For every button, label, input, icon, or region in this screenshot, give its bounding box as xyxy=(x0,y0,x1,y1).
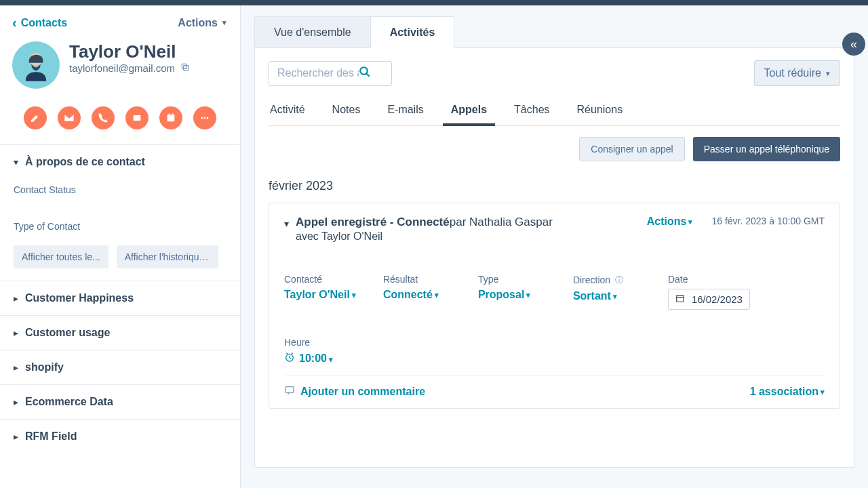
timeline-month-header: février 2023 xyxy=(269,179,840,193)
chevron-right-icon xyxy=(14,292,18,304)
prop-result-label: Résultat xyxy=(383,274,451,285)
svg-point-9 xyxy=(204,117,206,119)
tab-activities[interactable]: Activités xyxy=(370,16,455,48)
prop-type-label: Type xyxy=(478,274,546,285)
card-title-author: par Nathalia Gaspar xyxy=(450,216,553,228)
prop-date-input[interactable]: 16/02/2023 xyxy=(668,289,750,310)
section-ecommerce-data[interactable]: Ecommerce Data xyxy=(0,385,240,419)
card-actions-dropdown[interactable]: Actions xyxy=(647,216,693,228)
prop-direction-value[interactable]: Sortant xyxy=(573,290,641,302)
more-button[interactable] xyxy=(193,106,216,129)
section-label: shopify xyxy=(25,361,64,373)
about-section-title: À propos de ce contact xyxy=(25,156,145,168)
contact-avatar[interactable] xyxy=(12,41,60,89)
record-tabs: Vue d'ensemble Activités xyxy=(254,16,868,48)
calendar-icon xyxy=(675,293,685,305)
app-topbar xyxy=(0,0,868,5)
back-to-contacts[interactable]: Contacts xyxy=(12,15,67,30)
email-button[interactable] xyxy=(58,106,81,129)
contact-email: taylorfoneil@gmail.com xyxy=(69,62,175,74)
call-button[interactable] xyxy=(92,106,115,129)
prop-contacted-value[interactable]: Taylor O'Neil xyxy=(284,289,356,301)
info-icon[interactable] xyxy=(613,274,623,286)
collapse-right-panel-button[interactable] xyxy=(842,33,865,56)
sidebar-actions-dropdown[interactable]: Actions xyxy=(178,17,226,29)
card-title: Appel enregistré - Connectépar Nathalia … xyxy=(296,216,640,229)
contact-name: Taylor O'Neil xyxy=(69,41,190,62)
search-input[interactable] xyxy=(277,67,359,79)
prop-type-value[interactable]: Proposal xyxy=(478,289,546,301)
about-section-header[interactable]: À propos de ce contact xyxy=(0,145,240,179)
svg-line-12 xyxy=(366,73,370,77)
svg-rect-4 xyxy=(134,115,141,121)
task-button[interactable] xyxy=(159,106,182,129)
card-timestamp: 16 févr. 2023 à 10:00 GMT xyxy=(711,216,825,226)
prop-direction-label: Direction xyxy=(573,274,641,286)
section-label: Customer Happiness xyxy=(25,292,134,304)
log-call-button[interactable]: Consigner un appel xyxy=(579,137,684,161)
association-dropdown[interactable]: 1 association xyxy=(750,386,825,398)
subtab-activity[interactable]: Activité xyxy=(269,98,307,125)
chevron-down-icon xyxy=(14,156,18,168)
section-rfm-field[interactable]: RFM Field xyxy=(0,420,240,453)
svg-rect-5 xyxy=(167,115,175,121)
prop-time-value[interactable]: 10:00 xyxy=(284,352,352,365)
chevron-left-icon xyxy=(12,15,17,30)
chevron-right-icon xyxy=(14,430,18,443)
clock-icon xyxy=(284,352,295,365)
svg-point-10 xyxy=(207,117,209,119)
search-icon xyxy=(359,66,371,81)
make-call-button[interactable]: Passer un appel téléphonique xyxy=(693,137,840,161)
subtab-tasks[interactable]: Tâches xyxy=(513,98,551,125)
svg-point-8 xyxy=(201,117,203,119)
subtab-notes[interactable]: Notes xyxy=(331,98,362,125)
svg-rect-3 xyxy=(182,64,186,68)
chevron-right-icon xyxy=(14,361,18,373)
svg-rect-13 xyxy=(677,296,684,302)
card-title-bold: Appel enregistré - Connecté xyxy=(296,216,450,228)
activity-search[interactable] xyxy=(269,61,392,86)
section-label: Ecommerce Data xyxy=(25,396,113,408)
prop-time-label: Heure xyxy=(284,337,352,348)
show-property-history-button[interactable]: Afficher l'historique d... xyxy=(117,245,218,268)
card-subtitle: avec Taylor O'Neil xyxy=(296,230,640,243)
section-label: Customer usage xyxy=(25,327,110,339)
back-label: Contacts xyxy=(21,17,67,29)
avatar-illustration-icon xyxy=(18,47,54,83)
chevron-right-icon xyxy=(14,396,18,408)
show-all-properties-button[interactable]: Afficher toutes le... xyxy=(14,245,108,268)
field-type-of-contact-label: Type of Contact xyxy=(14,221,226,232)
svg-rect-16 xyxy=(285,387,294,393)
tab-overview[interactable]: Vue d'ensemble xyxy=(254,16,370,48)
section-shopify[interactable]: shopify xyxy=(0,350,240,384)
prop-contacted-label: Contacté xyxy=(284,274,356,285)
log-button[interactable] xyxy=(125,106,149,129)
chevron-right-icon xyxy=(14,327,18,339)
collapse-all-button[interactable]: Tout réduire xyxy=(754,60,841,86)
subtab-calls[interactable]: Appels xyxy=(450,98,488,125)
comment-icon xyxy=(284,385,295,399)
prop-result-value[interactable]: Connecté xyxy=(383,289,451,301)
svg-point-11 xyxy=(360,67,368,75)
copy-email-icon[interactable] xyxy=(180,62,190,74)
section-customer-happiness[interactable]: Customer Happiness xyxy=(0,281,240,315)
section-customer-usage[interactable]: Customer usage xyxy=(0,316,240,350)
activity-subtabs: Activité Notes E-mails Appels Tâches Réu… xyxy=(269,98,840,126)
main-panel: Vue d'ensemble Activités Tout réduire Ac… xyxy=(241,5,868,488)
prop-date-label: Date xyxy=(668,274,750,285)
section-label: RFM Field xyxy=(25,430,77,443)
subtab-emails[interactable]: E-mails xyxy=(386,98,425,125)
card-collapse-toggle[interactable] xyxy=(284,218,289,230)
svg-rect-7 xyxy=(172,113,173,115)
call-card: Appel enregistré - Connectépar Nathalia … xyxy=(269,203,840,409)
field-contact-status-label: Contact Status xyxy=(14,184,226,195)
note-button[interactable] xyxy=(24,106,47,129)
date-value: 16/02/2023 xyxy=(692,293,743,305)
add-comment-button[interactable]: Ajouter un commentaire xyxy=(284,385,425,399)
subtab-meetings[interactable]: Réunions xyxy=(576,98,625,125)
svg-rect-2 xyxy=(184,66,189,70)
add-comment-label: Ajouter un commentaire xyxy=(300,386,425,398)
contact-sidebar: Contacts Actions Taylor O'Neil taylorfon… xyxy=(0,5,241,488)
svg-rect-6 xyxy=(169,113,170,115)
quick-actions-row xyxy=(0,98,240,144)
